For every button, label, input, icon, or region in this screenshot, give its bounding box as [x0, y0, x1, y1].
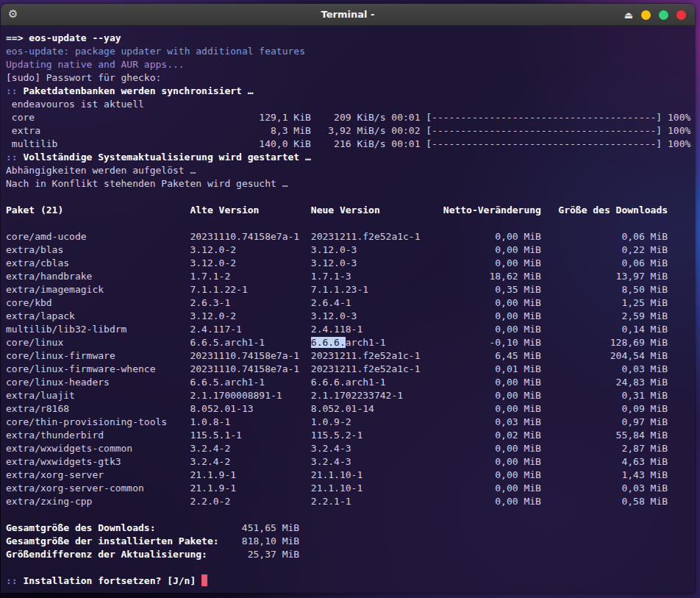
blank-line: [6, 191, 695, 204]
blank-line: [6, 508, 695, 522]
sync-message: Paketdatenbanken werden synchronisiert …: [23, 85, 253, 96]
download-size: 0,06 MiB: [541, 257, 668, 270]
shade-window-icon[interactable]: ⏏: [624, 10, 633, 20]
download-size: 0,31 MiB: [541, 389, 668, 402]
new-version-text: 2.6.4-1: [311, 297, 351, 308]
new-version-text: 7.1.1.23-1: [311, 284, 368, 295]
repo-uptodate: endeavouros ist aktuell: [6, 98, 695, 111]
new-version-text: 3.2.4-3: [311, 456, 351, 467]
upgrade-header: ::Vollständige Systemaktualisierung wird…: [6, 151, 695, 164]
package-row: extra/zxing-cpp2.2.0-22.2.1-10,00 MiB0,5…: [6, 495, 695, 508]
package-row: extra/blas3.12.0-23.12.0-30,00 MiB0,22 M…: [6, 243, 695, 257]
package-row: extra/imagemagick7.1.1.22-17.1.1.23-10,3…: [6, 283, 695, 296]
header-paket: Paket (21): [6, 204, 190, 217]
package-name: core/amd-ucode: [6, 230, 190, 243]
package-name: extra/blas: [6, 243, 190, 257]
new-version: 7.1.1.23-1: [311, 283, 421, 296]
net-change: 0,35 MiB: [421, 283, 541, 296]
maximize-button[interactable]: [659, 10, 668, 20]
package-row: core/linux-firmware20231110.74158e7a-120…: [6, 349, 695, 363]
download-size: 0,14 MiB: [541, 323, 668, 336]
package-name: extra/luajit: [6, 389, 190, 402]
download-size: 4,63 MiB: [541, 455, 668, 469]
updating-info: Updating native and AUR apps...: [6, 58, 695, 71]
new-version: 1.0.9-2: [311, 416, 421, 429]
progress-percent: 100%: [668, 111, 690, 124]
old-version: 2.6.3-1: [190, 296, 310, 310]
header-alte-version: Alte Version: [190, 204, 310, 217]
download-progress-line: extra8,3 MiB3,92 MiB/s00:02[------------…: [6, 124, 695, 138]
package-row: core/linux-firmware-whence20231110.74158…: [6, 363, 695, 376]
old-version: 1.7.1-2: [190, 270, 310, 283]
package-name: core/linux-firmware-whence: [6, 363, 190, 376]
terminal-window: ⚙ Terminal - ⏏ ==> eos-update --yay eos-…: [0, 3, 696, 594]
package-name: extra/cblas: [6, 257, 190, 270]
summary-value: 818,10 MiB: [224, 535, 299, 548]
progress-bar: [---------------------------------------…: [426, 124, 662, 138]
download-size: 0,03 MiB: [541, 363, 668, 376]
new-version: 6.6.6.arch1-1: [311, 336, 421, 349]
download-size: 0,22 MiB: [541, 243, 668, 257]
minimize-button[interactable]: [641, 10, 651, 20]
new-version-text: 3.2.4-3: [311, 443, 351, 454]
repo-name: core: [6, 111, 259, 124]
package-name: core/kbd: [6, 296, 190, 310]
old-version: 2.1.1700008891-1: [190, 389, 310, 402]
new-version: 3.12.0-3: [311, 257, 421, 270]
pacman-marker: ::: [6, 152, 18, 163]
package-name: core/linux-headers: [6, 376, 190, 389]
terminal-content[interactable]: ==> eos-update --yay eos-update: package…: [1, 26, 695, 593]
window-title: Terminal -: [1, 9, 695, 20]
download-size: 128,69 MiB: [541, 336, 668, 349]
progress-bar: [---------------------------------------…: [426, 138, 662, 151]
package-row: core/amd-ucode20231110.74158e7a-12023121…: [6, 230, 695, 243]
package-row: multilib/lib32-libdrm2.4.117-12.4.118-10…: [6, 323, 695, 336]
package-row: core/thin-provisioning-tools1.0.8-11.0.9…: [6, 416, 695, 429]
old-version: 3.12.0-2: [190, 257, 310, 270]
download-size: 8,50 MiB: [541, 283, 668, 296]
download-size: 55,84 MiB: [541, 429, 668, 442]
new-version-text: 8.052.01-14: [311, 403, 374, 414]
download-size: 2,87 MiB: [541, 442, 668, 455]
package-row: extra/luajit2.1.1700008891-12.1.17022337…: [6, 389, 695, 402]
package-name: extra/xorg-server-common: [6, 482, 190, 495]
upgrade-message: Vollständige Systemaktualisierung wird g…: [23, 152, 310, 163]
new-version: 3.12.0-3: [311, 310, 421, 323]
download-size: 204,54 MiB: [541, 349, 668, 363]
sync-header: ::Paketdatenbanken werden synchronisiert…: [6, 85, 695, 98]
download-size: 2,59 MiB: [541, 310, 668, 323]
new-version: 2.2.1-1: [311, 495, 421, 508]
new-version: 21.1.10-1: [311, 482, 421, 495]
old-version: 7.1.1.22-1: [190, 283, 310, 296]
close-button[interactable]: [676, 10, 686, 20]
header-netto: Netto-Veränderung: [421, 204, 541, 217]
window-titlebar[interactable]: ⚙ Terminal - ⏏: [1, 4, 695, 26]
old-version: 20231110.74158e7a-1: [190, 349, 310, 363]
version-search-highlight: 6.6.6.: [311, 337, 346, 348]
new-version-text: 21.1.10-1: [311, 469, 362, 480]
package-row: extra/cblas3.12.0-23.12.0-30,00 MiB0,06 …: [6, 257, 695, 270]
package-table-header: Paket (21)Alte VersionNeue VersionNetto-…: [6, 204, 695, 217]
new-version-text: 21.1.10-1: [311, 483, 362, 494]
prompt-question: Installation fortsetzen? [J/n]: [23, 575, 196, 586]
net-change: 6,45 MiB: [421, 349, 541, 363]
new-version-text: 3.12.0-3: [311, 244, 357, 255]
package-name: core/linux-firmware: [6, 349, 190, 363]
summary-row: Gesamtgröße des Downloads:451,65 MiB: [6, 522, 695, 535]
new-version: 8.052.01-14: [311, 402, 421, 416]
net-change: 0,00 MiB: [421, 310, 541, 323]
header-neue-version: Neue Version: [311, 204, 421, 217]
download-progress-line: core129,1 KiB209 KiB/s00:01[------------…: [6, 111, 695, 124]
net-change: 18,62 MiB: [421, 270, 541, 283]
net-change: 0,00 MiB: [421, 257, 541, 270]
package-row: extra/wxwidgets-gtk33.2.4-23.2.4-30,00 M…: [6, 455, 695, 469]
old-version: 3.12.0-2: [190, 310, 310, 323]
old-version: 8.052.01-13: [190, 402, 310, 416]
download-size: 140,0 KiB: [259, 138, 310, 151]
net-change: -0,10 MiB: [421, 336, 541, 349]
new-version: 20231211.f2e52a1c-1: [311, 349, 421, 363]
package-name: extra/zxing-cpp: [6, 495, 190, 508]
new-version-text: arch1-1: [346, 337, 386, 348]
new-version-text: 20231211.f2e52a1c-1: [311, 363, 421, 374]
new-version: 6.6.6.arch1-1: [311, 376, 421, 389]
